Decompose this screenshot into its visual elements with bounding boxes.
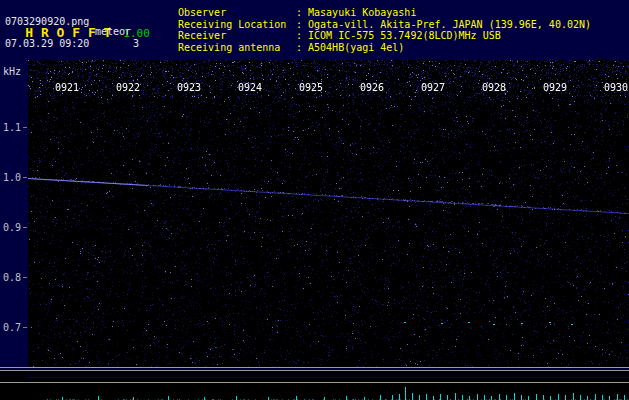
frequency-tick-mark: [23, 327, 27, 328]
frequency-tick-label: 0.9: [3, 222, 21, 233]
echo-count-label: 3: [133, 38, 139, 49]
info-value: : Ogata-vill. Akita-Pref. JAPAN (139.96E…: [296, 19, 591, 31]
frequency-tick-mark: [23, 277, 27, 278]
observer-info-table: Observer: Masayuki KobayashiReceiving Lo…: [178, 7, 591, 53]
info-value: : ICOM IC-575 53.7492(8LCD)MHz USB: [296, 30, 501, 42]
info-row: Observer: Masayuki Kobayashi: [178, 7, 591, 19]
khz-unit-label: kHz: [3, 66, 21, 77]
info-label: Receiving Location: [178, 19, 296, 31]
frequency-tick-mark: [23, 177, 27, 178]
signal-level-trace: [28, 377, 629, 378]
activity-strip: [0, 383, 629, 400]
info-label: Receiving antenna: [178, 42, 296, 54]
frequency-tick-label: 1.0: [3, 172, 21, 183]
datetime-label: 07.03.29 09:20: [5, 38, 89, 49]
signal-level-strip: [0, 371, 629, 382]
info-value: : A504HB(yagi 4el): [296, 42, 404, 54]
filename-label: 0703290920.png: [5, 16, 89, 27]
frequency-tick-mark: [23, 227, 27, 228]
frequency-tick-label: 0.8: [3, 272, 21, 283]
spectrogram-canvas: [28, 60, 629, 367]
info-value: : Masayuki Kobayashi: [296, 7, 416, 19]
frequency-axis: kHz 1.11.00.90.80.7: [0, 60, 28, 367]
info-label: Receiver: [178, 30, 296, 42]
info-label: Observer: [178, 7, 296, 19]
separator-line-top: [0, 367, 629, 368]
frequency-tick-label: 1.1: [3, 122, 21, 133]
mode-label: meteor: [95, 26, 131, 37]
info-row: Receiving antenna: A504HB(yagi 4el): [178, 42, 591, 54]
frequency-tick-mark: [23, 127, 27, 128]
frequency-tick-label: 0.7: [3, 322, 21, 333]
activity-canvas: [28, 384, 629, 400]
info-row: Receiver: ICOM IC-575 53.7492(8LCD)MHz U…: [178, 30, 591, 42]
info-row: Receiving Location: Ogata-vill. Akita-Pr…: [178, 19, 591, 31]
